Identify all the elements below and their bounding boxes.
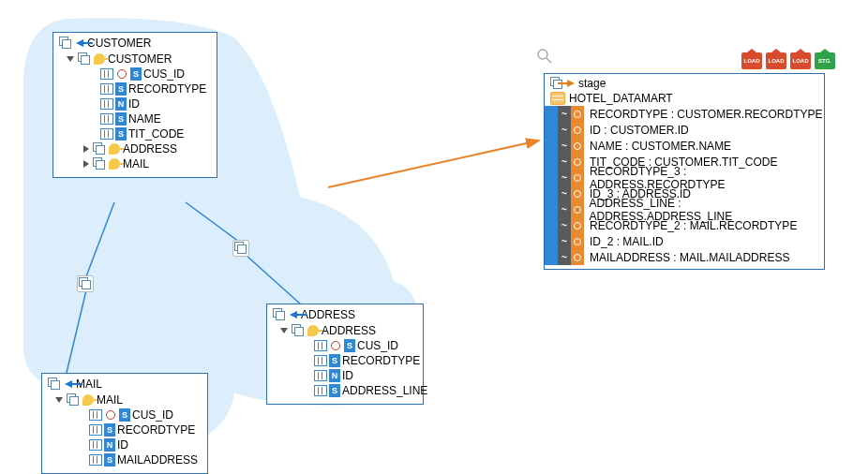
stack-icon xyxy=(292,324,305,337)
tag-stg[interactable]: STG. xyxy=(815,52,835,69)
column-icon xyxy=(314,340,327,351)
type-badge: N xyxy=(115,97,127,111)
field-label: RECORDTYPE xyxy=(342,353,420,368)
child-table: MAIL xyxy=(123,156,149,171)
column-icon xyxy=(314,385,327,396)
field-label: CUS_ID xyxy=(357,338,398,353)
target-mappings: ~RECORDTYPE : CUSTOMER.RECORDTYPE ~ID : … xyxy=(545,106,824,265)
column-icon xyxy=(100,113,113,125)
join-icon[interactable] xyxy=(232,240,249,257)
column-icon xyxy=(89,439,102,451)
stack-icon xyxy=(93,142,106,156)
type-badge: S xyxy=(329,354,340,367)
key-icon xyxy=(108,157,121,170)
type-badge: S xyxy=(115,127,127,141)
column-icon xyxy=(89,424,102,436)
type-badge: S xyxy=(329,384,340,397)
field-label: NAME xyxy=(128,111,161,126)
collapse-caret-icon[interactable] xyxy=(55,397,63,403)
target-tags: LOAD LOAD LOAD STG. xyxy=(741,52,835,69)
mapping-row[interactable]: ~MAILADDRESS : MAIL.MAILADDRESS xyxy=(545,249,824,265)
expand-caret-icon[interactable] xyxy=(83,160,89,168)
field-label: RECORDTYPE xyxy=(128,81,206,96)
key-icon xyxy=(93,52,106,66)
join-icon[interactable] xyxy=(77,275,94,292)
mapping-row[interactable]: ~RECORDTYPE_3 : ADDRESS.RECORDTYPE xyxy=(545,170,824,185)
mapping-row[interactable]: ~RECORDTYPE_2 : MAIL.RECORDTYPE xyxy=(545,217,824,233)
mapping-row[interactable]: ~ADDRESS_LINE : ADDRESS.ADDRESS_LINE xyxy=(545,201,824,217)
column-icon xyxy=(314,370,327,381)
type-badge: N xyxy=(329,369,340,382)
stack-icon xyxy=(48,378,61,391)
field-label: ID xyxy=(342,368,353,383)
column-icon xyxy=(100,128,113,140)
svg-point-5 xyxy=(538,50,547,59)
type-badge: S xyxy=(104,423,115,437)
gear-icon xyxy=(115,67,128,81)
field-label: CUS_ID xyxy=(132,407,173,422)
column-icon xyxy=(314,355,327,366)
database-icon xyxy=(550,92,565,105)
field-label: CUS_ID xyxy=(143,67,185,81)
mapping-row[interactable]: ~ID_2 : MAIL.ID xyxy=(545,233,824,249)
table-name: MAIL xyxy=(97,393,123,407)
type-badge: S xyxy=(119,408,130,422)
tag-load[interactable]: LOAD xyxy=(790,52,811,69)
column-icon xyxy=(100,68,113,80)
gear-icon xyxy=(329,339,342,352)
type-badge: S xyxy=(115,82,127,96)
arrow-right-icon xyxy=(567,80,575,87)
stack-icon xyxy=(67,393,80,407)
field-label: TIT_CODE xyxy=(128,126,184,141)
tag-load[interactable]: LOAD xyxy=(766,52,786,69)
magnifier-icon[interactable] xyxy=(537,49,552,67)
key-icon xyxy=(108,142,121,156)
type-badge: S xyxy=(115,112,127,126)
column-icon xyxy=(100,98,113,110)
expand-caret-icon[interactable] xyxy=(83,145,89,153)
type-badge: N xyxy=(104,438,115,452)
type-badge: S xyxy=(104,453,115,467)
arrow-left-icon xyxy=(65,380,72,388)
collapse-caret-icon[interactable] xyxy=(280,328,288,333)
mapping-row[interactable]: ~NAME : CUSTOMER.NAME xyxy=(545,138,824,154)
arrow-left-icon xyxy=(290,311,297,318)
field-label: ID xyxy=(128,96,140,111)
type-badge: S xyxy=(344,339,355,352)
node-address[interactable]: ADDRESS ADDRESS SCUS_ID SRECORDTYPE NID … xyxy=(266,304,424,405)
column-icon xyxy=(89,454,102,466)
stack-icon xyxy=(59,37,72,50)
field-label: ID xyxy=(117,437,128,452)
type-badge: S xyxy=(130,67,142,81)
child-table: ADDRESS xyxy=(123,141,177,156)
table-name: CUSTOMER xyxy=(108,52,172,67)
column-icon xyxy=(100,83,113,95)
tag-load[interactable]: LOAD xyxy=(741,52,762,69)
target-datastore: HOTEL_DATAMART xyxy=(569,92,673,105)
stack-icon xyxy=(93,157,106,170)
node-title: CUSTOMER xyxy=(87,37,151,50)
key-icon xyxy=(82,393,95,407)
table-name: ADDRESS xyxy=(322,323,376,338)
field-label: ADDRESS_LINE xyxy=(342,383,427,398)
node-customer[interactable]: CUSTOMER CUSTOMER SCUS_ID SRECORDTYPE NI… xyxy=(52,32,217,178)
node-stage[interactable]: stage HOTEL_DATAMART ~RECORDTYPE : CUSTO… xyxy=(544,73,825,270)
collapse-caret-icon[interactable] xyxy=(67,56,74,62)
arrow-left-icon xyxy=(76,39,83,47)
column-icon xyxy=(89,409,102,421)
mapping-row[interactable]: ~RECORDTYPE : CUSTOMER.RECORDTYPE xyxy=(545,106,824,122)
node-mail[interactable]: MAIL MAIL SCUS_ID SRECORDTYPE NID SMAILA… xyxy=(41,373,208,474)
stack-icon xyxy=(273,308,286,321)
node-title: ADDRESS xyxy=(301,308,355,321)
key-icon xyxy=(307,324,320,337)
mapping-row[interactable]: ~ID : CUSTOMER.ID xyxy=(545,122,824,138)
gear-icon xyxy=(104,408,117,422)
target-name: stage xyxy=(578,77,606,90)
stack-icon xyxy=(78,52,91,66)
field-label: RECORDTYPE xyxy=(117,422,195,437)
svg-line-6 xyxy=(546,58,551,63)
field-label: MAILADDRESS xyxy=(117,452,198,467)
